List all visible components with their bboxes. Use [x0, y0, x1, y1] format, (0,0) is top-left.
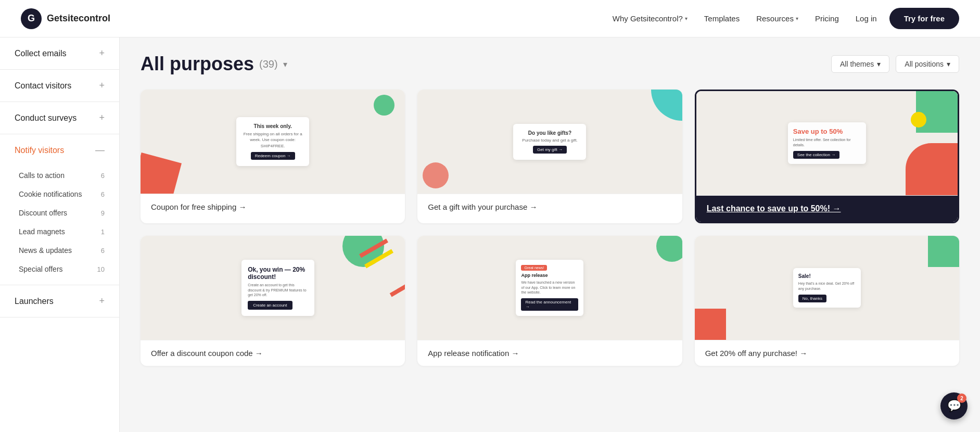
all-positions-filter[interactable]: All positions ▾ — [896, 55, 959, 73]
template-card-20off[interactable]: Sale! Hey that's a nice deal. Get 20% of… — [695, 236, 959, 366]
nav-link-pricing[interactable]: Pricing — [815, 14, 839, 23]
template-label: Get a gift with your purchase → — [417, 194, 682, 220]
sidebar-item-cookie-notifications[interactable]: Cookie notifications 6 — [0, 185, 119, 204]
decoration-shape — [423, 162, 449, 188]
content-header: All purposes (39) ▾ All themes ▾ All pos… — [141, 53, 959, 75]
widget-preview: Ok, you win — 20% discount! Create an ac… — [241, 260, 314, 316]
sidebar-section-notify-visitors: Notify visitors — Calls to action 6 Cook… — [0, 134, 119, 285]
template-card-app-release[interactable]: Great news! App release We have launched… — [417, 236, 682, 366]
widget-title: This week only. — [243, 123, 303, 129]
template-preview-20off: Sale! Hey that's a nice deal. Get 20% of… — [695, 236, 959, 340]
sidebar-item-special-offers[interactable]: Special offers 10 — [0, 260, 119, 278]
widget-subtitle: We have launched a new version of our Ap… — [521, 280, 578, 295]
nav-item-templates[interactable]: Templates — [704, 14, 740, 23]
template-count: (39) — [259, 58, 278, 70]
template-preview-apprelease: Great news! App release We have launched… — [417, 236, 682, 340]
sidebar-section-launchers: Launchers + — [0, 285, 119, 317]
template-label: Get 20% off any purchase! → — [695, 340, 959, 366]
content-area: All purposes (39) ▾ All themes ▾ All pos… — [120, 37, 980, 432]
nav-item-pricing[interactable]: Pricing — [815, 14, 839, 23]
widget-title: Save up to 50% — [793, 128, 861, 135]
template-preview-discount: Ok, you win — 20% discount! Create an ac… — [141, 236, 405, 340]
widget-preview: Save up to 50% Limited time offer. See c… — [788, 122, 866, 164]
decoration-shape — [374, 95, 394, 116]
nav-link-templates[interactable]: Templates — [704, 14, 740, 23]
widget-btn: Create an account — [248, 301, 292, 310]
decoration-shape — [911, 112, 926, 128]
widget-title: Do you like gifts? — [519, 130, 580, 136]
decoration-shape — [906, 143, 958, 195]
nav-links: Why Getsitecontrol? ▾ Templates Resource… — [613, 14, 839, 23]
minus-icon: — — [95, 145, 105, 156]
nav-cta-group: Log in Try for free — [856, 8, 959, 29]
sidebar: Collect emails + Contact visitors + Cond… — [0, 37, 120, 432]
content-title-group: All purposes (39) ▾ — [141, 53, 287, 75]
plus-icon: + — [99, 48, 105, 59]
widget-badge: Great news! — [521, 265, 547, 271]
template-label: Offer a discount coupon code → — [141, 340, 405, 366]
widget-preview: Sale! Hey that's a nice deal. Get 20% of… — [793, 268, 861, 308]
template-card-last-chance-50[interactable]: Save up to 50% Limited time offer. See c… — [695, 90, 959, 223]
widget-subtitle: Create an account to get this discount &… — [248, 283, 308, 298]
template-preview-gift: Do you like gifts? Purchase today and ge… — [417, 90, 682, 194]
sidebar-section-collect-emails: Collect emails + — [0, 37, 119, 70]
all-themes-filter[interactable]: All themes ▾ — [831, 55, 889, 73]
nav-link-why[interactable]: Why Getsitecontrol? ▾ — [613, 14, 688, 23]
main-layout: Collect emails + Contact visitors + Cond… — [0, 37, 980, 432]
sidebar-item-launchers[interactable]: Launchers + — [0, 285, 119, 317]
template-preview-save50: Save up to 50% Limited time offer. See c… — [696, 91, 958, 195]
widget-preview: This week only. Free shipping on all ord… — [236, 117, 309, 166]
chevron-down-icon: ▾ — [685, 16, 688, 21]
sidebar-item-calls-to-action[interactable]: Calls to action 6 — [0, 166, 119, 185]
widget-title: Ok, you win — 20% discount! — [248, 266, 308, 281]
logo-icon: G — [21, 8, 42, 29]
filter-group: All themes ▾ All positions ▾ — [831, 55, 959, 73]
decoration-shape — [141, 153, 182, 194]
try-for-free-button[interactable]: Try for free — [889, 8, 959, 29]
template-label: Coupon for free shipping → — [141, 194, 405, 220]
nav-link-resources[interactable]: Resources ▾ — [756, 14, 798, 23]
widget-btn: No, thanks — [798, 295, 826, 302]
chevron-down-icon: ▾ — [796, 16, 798, 21]
widget-title: Sale! — [798, 273, 856, 279]
template-preview-coupon: This week only. Free shipping on all ord… — [141, 90, 405, 194]
sidebar-item-discount-offers[interactable]: Discount offers 9 — [0, 204, 119, 222]
plus-icon: + — [99, 296, 105, 307]
nav-login-link[interactable]: Log in — [856, 14, 877, 23]
sidebar-item-conduct-surveys[interactable]: Conduct surveys + — [0, 102, 119, 134]
template-grid: This week only. Free shipping on all ord… — [141, 90, 959, 366]
nav-item-why[interactable]: Why Getsitecontrol? ▾ — [613, 14, 688, 23]
chevron-down-icon: ▾ — [947, 60, 950, 68]
dropdown-chevron-icon[interactable]: ▾ — [283, 59, 287, 69]
template-card-gift-with-purchase[interactable]: Do you like gifts? Purchase today and ge… — [417, 90, 682, 223]
nav-logo[interactable]: G Getsitecontrol — [21, 8, 110, 29]
nav-item-resources[interactable]: Resources ▾ — [756, 14, 798, 23]
decoration-shape — [390, 283, 405, 297]
widget-btn: Redeem coupon → — [251, 152, 295, 160]
sidebar-item-news-updates[interactable]: News & updates 6 — [0, 241, 119, 260]
plus-icon: + — [99, 80, 105, 91]
sidebar-section-conduct-surveys: Conduct surveys + — [0, 102, 119, 134]
sidebar-item-lead-magnets[interactable]: Lead magnets 1 — [0, 222, 119, 241]
widget-subtitle: Hey that's a nice deal. Get 20% off any … — [798, 281, 856, 291]
widget-preview: Great news! App release We have launched… — [516, 260, 583, 316]
widget-btn: Get my gift → — [533, 146, 567, 154]
template-card-discount-coupon[interactable]: Ok, you win — 20% discount! Create an ac… — [141, 236, 405, 366]
template-card-coupon-free-shipping[interactable]: This week only. Free shipping on all ord… — [141, 90, 405, 223]
widget-subtitle: Purchase today and get a gift. — [519, 138, 580, 143]
widget-btn: See the collection → — [793, 151, 839, 159]
widget-title: App release — [521, 273, 578, 278]
template-label-featured: Last chance to save up to 50%! → — [696, 195, 958, 222]
chevron-down-icon: ▾ — [877, 60, 881, 68]
sidebar-item-contact-visitors[interactable]: Contact visitors + — [0, 70, 119, 101]
sidebar-item-collect-emails[interactable]: Collect emails + — [0, 37, 119, 69]
sidebar-section-contact-visitors: Contact visitors + — [0, 70, 119, 102]
plus-icon: + — [99, 112, 105, 123]
sidebar-sub-items-notify: Calls to action 6 Cookie notifications 6… — [0, 166, 119, 285]
sidebar-item-notify-visitors[interactable]: Notify visitors — — [0, 134, 119, 166]
template-label: App release notification → — [417, 340, 682, 366]
chat-button[interactable]: 💬 2 — [940, 392, 968, 420]
decoration-shape — [656, 236, 682, 262]
widget-preview: Do you like gifts? Purchase today and ge… — [513, 124, 586, 160]
navbar: G Getsitecontrol Why Getsitecontrol? ▾ T… — [0, 0, 980, 37]
